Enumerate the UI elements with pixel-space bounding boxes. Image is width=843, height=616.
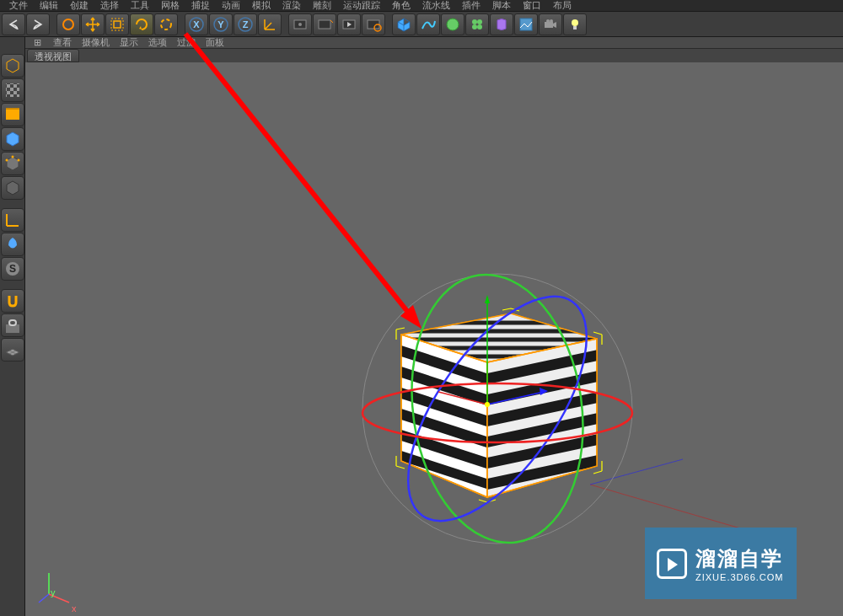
menu-sculpt[interactable]: 雕刻 [307, 0, 337, 12]
menu-animate[interactable]: 动画 [216, 0, 246, 12]
svg-text:Z: Z [243, 19, 249, 29]
menu-simulate[interactable]: 模拟 [246, 0, 277, 12]
vp-menu-options[interactable]: 选项 [143, 36, 172, 49]
edges-mode-button[interactable] [1, 176, 24, 200]
scale-button[interactable] [105, 13, 129, 35]
svg-rect-39 [6, 108, 19, 110]
svg-point-82 [485, 402, 490, 407]
undo-button[interactable] [2, 13, 25, 35]
enable-axis-button[interactable] [1, 208, 24, 232]
redo-button[interactable] [26, 13, 50, 35]
render-picture-button[interactable] [313, 13, 336, 35]
svg-point-11 [298, 23, 302, 26]
watermark-title: 溜溜自学 [695, 545, 783, 572]
coord-system-button[interactable] [258, 13, 282, 35]
svg-text:S: S [9, 263, 16, 275]
viewport-tab-perspective[interactable]: 透视视图 [27, 49, 79, 62]
workplane-button[interactable] [1, 127, 24, 151]
viewport-tabs: 透视视图 [25, 49, 843, 62]
menu-file[interactable]: 文件 [3, 0, 34, 12]
svg-rect-23 [545, 22, 553, 28]
add-deformer-button[interactable] [490, 13, 513, 35]
menu-select[interactable]: 选择 [94, 0, 125, 12]
menu-render[interactable]: 渲染 [277, 0, 307, 12]
svg-point-25 [546, 19, 550, 23]
menu-mesh[interactable]: 网格 [155, 0, 185, 12]
y-axis-button[interactable]: Y [209, 13, 233, 35]
svg-rect-37 [6, 111, 19, 120]
render-queue-button[interactable] [337, 13, 361, 35]
add-camera-button[interactable] [539, 13, 562, 35]
menu-plugins[interactable]: 插件 [456, 0, 486, 12]
svg-point-20 [472, 24, 477, 29]
menu-layout[interactable]: 布局 [547, 0, 577, 12]
render-settings-button[interactable] [362, 13, 385, 35]
add-light-button[interactable] [563, 13, 587, 35]
add-cube-button[interactable] [392, 13, 416, 35]
vp-menu-filter[interactable]: 过滤 [172, 36, 201, 49]
snap-button[interactable] [1, 289, 24, 313]
move-button[interactable] [81, 13, 105, 35]
svg-rect-2 [111, 19, 123, 30]
add-nurbs-button[interactable] [441, 13, 464, 35]
svg-point-18 [472, 19, 477, 24]
texture-mode-button[interactable] [1, 103, 24, 126]
menu-tools[interactable]: 工具 [125, 0, 155, 12]
svg-point-21 [477, 24, 482, 29]
menu-snap[interactable]: 捕捉 [185, 0, 216, 12]
watermark-url: ZIXUE.3D66.COM [695, 572, 783, 582]
soft-selection-button[interactable]: S [1, 257, 24, 281]
live-select-button[interactable] [56, 13, 80, 35]
z-axis-button[interactable]: Z [234, 13, 257, 35]
render-view-button[interactable] [288, 13, 312, 35]
svg-line-85 [39, 594, 49, 603]
vp-menu-view[interactable]: 查看 [48, 36, 77, 49]
make-editable-button[interactable] [1, 54, 24, 78]
svg-point-0 [63, 19, 73, 29]
menu-pipeline[interactable]: 流水线 [416, 0, 456, 12]
svg-line-48 [590, 459, 683, 485]
svg-point-17 [447, 19, 459, 30]
svg-rect-38 [6, 110, 19, 111]
menu-character[interactable]: 角色 [386, 0, 416, 12]
play-icon [657, 549, 687, 579]
vp-menu-panel[interactable]: 面板 [201, 36, 229, 49]
svg-text:Y: Y [217, 19, 224, 29]
model-mode-button[interactable] [1, 78, 24, 102]
main-toolbar: X Y Z [0, 12, 843, 37]
svg-point-3 [161, 19, 171, 29]
svg-marker-24 [553, 22, 556, 28]
axis-label-x: x [72, 603, 77, 613]
viewport-solo-button[interactable] [1, 233, 24, 256]
menu-create[interactable]: 创建 [64, 0, 94, 12]
left-toolbar: S [0, 37, 25, 616]
svg-point-40 [12, 156, 14, 158]
planar-workplane-button[interactable] [1, 338, 24, 362]
svg-point-19 [477, 19, 482, 24]
last-tool-button[interactable] [154, 13, 178, 35]
menu-edit[interactable]: 编辑 [34, 0, 64, 12]
vp-menu-camera[interactable]: 摄像机 [77, 36, 115, 49]
vp-menu-display[interactable]: 显示 [115, 36, 143, 49]
svg-point-42 [6, 159, 8, 162]
x-axis-button[interactable]: X [185, 13, 208, 35]
watermark: 溜溜自学 ZIXUE.3D66.COM [645, 528, 797, 599]
menu-window[interactable]: 窗口 [517, 0, 547, 12]
add-spline-button[interactable] [416, 13, 440, 35]
points-mode-button[interactable] [1, 152, 24, 175]
add-environment-button[interactable] [514, 13, 538, 35]
menu-script[interactable]: 脚本 [486, 0, 517, 12]
viewport-menu: ⊞ 查看 摄像机 显示 选项 过滤 面板 [25, 37, 843, 49]
svg-rect-12 [319, 20, 330, 29]
add-generator-button[interactable] [465, 13, 489, 35]
svg-rect-1 [114, 21, 121, 28]
svg-rect-32 [6, 83, 19, 97]
svg-rect-28 [573, 26, 577, 29]
menu-track[interactable]: 运动跟踪 [337, 0, 386, 12]
main-menu-bar: 文件 编辑 创建 选择 工具 网格 捕捉 动画 模拟 渲染 雕刻 运动跟踪 角色… [0, 0, 843, 12]
grid-toggle-icon[interactable]: ⊞ [29, 37, 48, 48]
svg-text:X: X [193, 19, 200, 29]
axis-label-y: y [51, 587, 56, 597]
locked-workplane-button[interactable] [1, 313, 24, 337]
rotate-button[interactable] [130, 13, 153, 35]
